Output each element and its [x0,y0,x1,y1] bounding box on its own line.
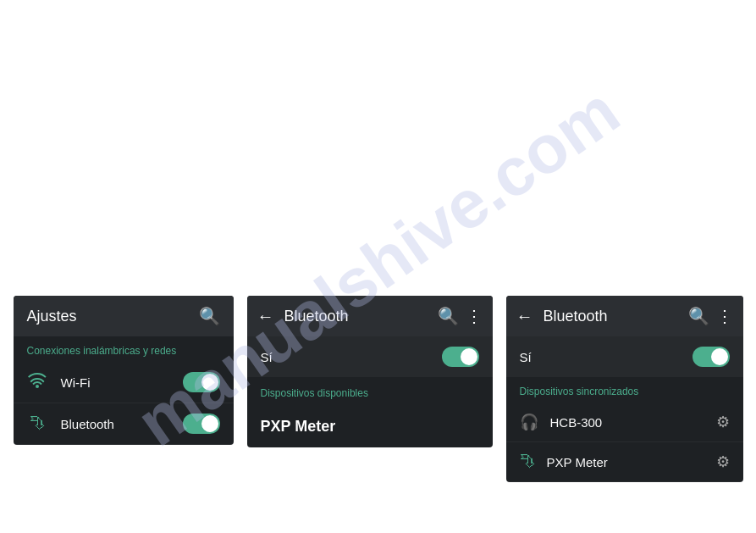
device-item-hcb300[interactable]: 🎧 HCB-300 ⚙ [506,403,743,442]
si-label-right: Sí [520,350,532,364]
search-icon-bt-right[interactable]: 🔍 [688,306,709,326]
search-icon-bt-mid[interactable]: 🔍 [438,306,459,326]
panel-bt-right-header: ← Bluetooth 🔍 ⋮ [506,296,743,336]
bt-label: Bluetooth [61,417,114,431]
panel-bt-mid-header: ← Bluetooth 🔍 ⋮ [247,296,493,336]
bt-toggle-panel2[interactable] [442,347,479,367]
panel-bt-mid-title: Bluetooth [284,308,428,325]
panel-ajustes: Ajustes 🔍 Conexiones inalámbricas y rede… [14,296,234,445]
device-name-pxpmeter: PXP Meter [547,455,608,469]
bluetooth-icon: ⮷ [27,415,47,433]
wifi-icon [27,373,47,392]
wifi-list-item[interactable]: Wi-Fi [14,362,234,403]
synced-devices-label: Dispositivos sincronizados [506,377,743,403]
headset-icon: 🎧 [520,413,538,431]
gear-icon-hcb300[interactable]: ⚙ [716,413,730,431]
pxp-meter-label: PXP Meter [261,418,336,436]
bt-on-row-right: Sí [506,336,743,377]
search-icon[interactable]: 🔍 [199,306,220,326]
bt-on-row-mid: Sí [247,336,493,377]
back-arrow-icon[interactable]: ← [257,307,274,326]
bluetooth-list-item[interactable]: ⮷ Bluetooth [14,403,234,445]
device-left-pxpmeter: ⮷ PXP Meter [520,453,608,471]
device-left-hcb300: 🎧 HCB-300 [520,413,603,431]
bt-toggle-panel3[interactable] [693,347,730,367]
wifi-toggle[interactable] [183,372,220,392]
wifi-item-left: Wi-Fi [27,373,91,392]
gear-icon-pxpmeter[interactable]: ⚙ [716,452,730,471]
connections-section-label: Conexiones inalámbricas y redes [14,336,234,362]
bt-item-left: ⮷ Bluetooth [27,415,114,433]
header-icons-right: 🔍 ⋮ [438,306,483,326]
header-icons-right-panel3: 🔍 ⋮ [688,306,733,326]
pxp-meter-device-item[interactable]: PXP Meter [247,406,493,447]
si-label-mid: Sí [261,350,273,364]
devices-available-label: Dispositivos disponibles [247,377,493,406]
panel-bluetooth-right: ← Bluetooth 🔍 ⋮ Sí Dispositivos sincroni… [506,296,743,482]
panel-bluetooth-mid: ← Bluetooth 🔍 ⋮ Sí Dispositivos disponib… [247,296,493,447]
panel-ajustes-title: Ajustes [27,308,77,325]
back-arrow-icon-right[interactable]: ← [516,307,533,326]
bluetooth-icon-pxpmeter: ⮷ [520,453,535,471]
panels-container: Ajustes 🔍 Conexiones inalámbricas y rede… [14,296,743,482]
wifi-label: Wi-Fi [61,375,91,390]
device-name-hcb300: HCB-300 [550,415,603,430]
more-icon-bt-right[interactable]: ⋮ [716,306,733,326]
bt-toggle-panel1[interactable] [183,414,220,434]
more-icon-bt-mid[interactable]: ⋮ [466,306,483,326]
panel-ajustes-header: Ajustes 🔍 [14,296,234,336]
device-item-pxpmeter[interactable]: ⮷ PXP Meter ⚙ [506,442,743,482]
panel-bt-right-title: Bluetooth [544,308,678,325]
